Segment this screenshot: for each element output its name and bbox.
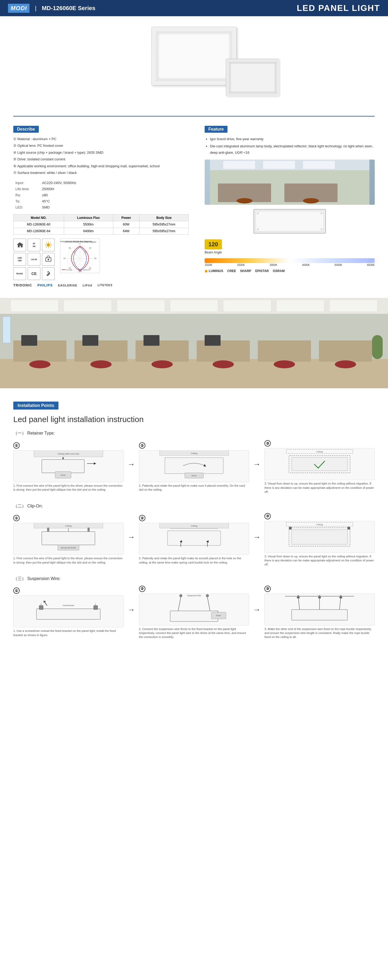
install-type-2-steps: ① Ceiling Spring card buckle 1. First co… bbox=[0, 513, 388, 567]
svg-line-23 bbox=[46, 247, 47, 247]
step-caption: 2. Patiently and rotate the panel light … bbox=[139, 484, 249, 492]
svg-point-100 bbox=[62, 457, 64, 459]
color-temp-bar bbox=[204, 258, 375, 263]
svg-rect-52 bbox=[223, 161, 255, 169]
model-col-header: Model NO. bbox=[14, 215, 64, 221]
arrow-icon: → bbox=[128, 460, 135, 469]
brand-logo: MODI bbox=[8, 4, 30, 13]
color-temp-6: 6500K bbox=[367, 264, 375, 266]
spec-label: Ra: bbox=[13, 192, 40, 198]
svg-rect-3 bbox=[160, 35, 228, 77]
beam-angle-section: 120 Beam Angle bbox=[204, 237, 375, 254]
describe-item-2: ② Optical lens: PC frosted cover bbox=[13, 143, 189, 149]
step-number: ③ bbox=[264, 513, 271, 519]
svg-point-140 bbox=[206, 594, 209, 597]
brand-liteteks: LITETEKS bbox=[98, 284, 112, 287]
svg-rect-117 bbox=[42, 531, 95, 545]
model-col-header: Body Size bbox=[139, 215, 188, 221]
svg-line-22 bbox=[50, 243, 51, 243]
svg-line-152 bbox=[298, 597, 300, 609]
cert-icons-grid: IP44 bbox=[13, 239, 55, 280]
svg-rect-83 bbox=[319, 340, 372, 362]
install-type-1-header: （一） Retainer Type: bbox=[0, 429, 388, 438]
color-temp-2: 2500K bbox=[237, 264, 245, 266]
svg-rect-143 bbox=[170, 611, 218, 622]
led-brand-luminus: LUMINUS bbox=[204, 269, 223, 273]
svg-text:Ceiling: Ceiling bbox=[191, 525, 197, 527]
color-temp-labels: 1500K 2500K 3000K 4000K 5000K 6500K bbox=[204, 264, 375, 266]
svg-rect-131 bbox=[36, 609, 100, 619]
brand-logos: TRIDONIC PHILIPS EAGLERISE LIFUd LITETEK… bbox=[13, 283, 189, 287]
svg-rect-138 bbox=[43, 601, 46, 602]
power: 64W bbox=[113, 228, 139, 235]
step-number: ③ bbox=[264, 440, 271, 447]
feature-item-1: Igor brand drive, five-year warranty bbox=[210, 136, 375, 142]
describe-header: Describe bbox=[13, 126, 39, 133]
svg-rect-132 bbox=[39, 606, 43, 609]
spec-label: Input: bbox=[13, 180, 40, 186]
svg-rect-115 bbox=[47, 528, 49, 531]
step-caption: 2. Patiently and rotate the panel light … bbox=[139, 556, 249, 565]
power: 60W bbox=[113, 221, 139, 228]
arrow-icon: → bbox=[128, 533, 135, 541]
describe-item-6: ⑦ Surface treatment: white / silver / bl… bbox=[13, 170, 189, 176]
svg-point-58 bbox=[236, 198, 252, 204]
install-step-1-1: ① Ceiling (With card-slot) Driver 1. Fir… bbox=[13, 442, 124, 492]
svg-rect-128 bbox=[292, 530, 348, 544]
body-size: 595x595x27mm bbox=[139, 221, 188, 228]
feature-item-2: Die-cast integrated aluminum lamp body, … bbox=[210, 143, 375, 156]
svg-point-15 bbox=[47, 243, 50, 247]
led-brand-osram: OSRAM bbox=[273, 269, 285, 273]
spec-label: Life time: bbox=[13, 186, 40, 192]
spec-value: 45°C bbox=[40, 198, 189, 204]
home-cert-icon bbox=[13, 239, 26, 251]
svg-rect-75 bbox=[329, 300, 377, 312]
install-step-3-3: ③ 3. Make the other end of t bbox=[264, 585, 375, 640]
ip-cert-icon: IP44 bbox=[28, 239, 40, 251]
led-brand-cree: CREE bbox=[227, 269, 236, 273]
svg-rect-116 bbox=[87, 528, 90, 531]
svg-text:Ceiling: Ceiling bbox=[316, 450, 323, 453]
step-caption: 3. Visual from down to up, ensure the pa… bbox=[264, 482, 375, 494]
room-photo bbox=[204, 159, 375, 205]
luminous-flux: 6400lm bbox=[64, 228, 113, 235]
led-brand-logos: LUMINUS CREE SHARP EPISTAR OSRAM bbox=[204, 269, 375, 273]
product-title: LED PANEL LIGHT bbox=[297, 3, 380, 13]
step-diagram: Ceiling bbox=[139, 523, 249, 555]
beam-angle-badge: 120 bbox=[204, 239, 222, 250]
section-divider bbox=[13, 116, 375, 116]
svg-line-154 bbox=[340, 597, 341, 609]
installation-title: Led panel light installation instruction bbox=[0, 412, 388, 429]
luminous-distribution-diagram: Luminous Intensity Distribution Diagram … bbox=[60, 239, 100, 273]
svg-rect-130 bbox=[348, 527, 350, 530]
rohs-cert-icon: RoHS bbox=[13, 267, 26, 280]
spec-label: Ta: bbox=[13, 198, 40, 204]
svg-text:0: 0 bbox=[79, 243, 81, 245]
model-table: Model NO. Luminous Flux Power Body Size … bbox=[13, 214, 189, 235]
arrow-icon: → bbox=[253, 460, 260, 469]
svg-rect-133 bbox=[93, 606, 98, 609]
lm80-cert-icon: LM-80 bbox=[28, 253, 40, 266]
recycle-cert-icon bbox=[42, 267, 55, 280]
svg-point-139 bbox=[179, 594, 182, 597]
svg-rect-54 bbox=[303, 161, 335, 169]
arrow-icon: → bbox=[253, 606, 260, 614]
svg-text:Driver: Driver bbox=[192, 475, 196, 477]
step-number: ② bbox=[139, 442, 146, 449]
series-name: MD-126060E Series bbox=[42, 5, 95, 12]
warranty-cert-icon bbox=[42, 253, 55, 266]
install-type-3-steps: ① Fixed Bracket 1. Use a screwdriver unl… bbox=[0, 585, 388, 640]
panel-outline-container bbox=[204, 208, 375, 235]
svg-rect-10 bbox=[231, 64, 274, 91]
step-number: ① bbox=[13, 515, 20, 521]
step-caption: 3. Visual from down to up, ensure the pa… bbox=[264, 555, 375, 567]
step-caption: 1. First connect the wire of the panel l… bbox=[13, 484, 124, 492]
feature-bullets: Igor brand drive, five-year warranty Die… bbox=[204, 136, 375, 156]
svg-rect-155 bbox=[292, 609, 348, 620]
color-temp-1: 1500K bbox=[204, 264, 212, 266]
model-col-header: Luminous Flux bbox=[64, 215, 113, 221]
step-caption: 3. Make the other end of the suspension … bbox=[264, 627, 375, 640]
step-diagram: Ceiling bbox=[264, 521, 375, 553]
describe-item-5: ⑥ Applicable working environment: office… bbox=[13, 163, 189, 169]
spec-row: Ta: 45°C bbox=[13, 198, 189, 204]
